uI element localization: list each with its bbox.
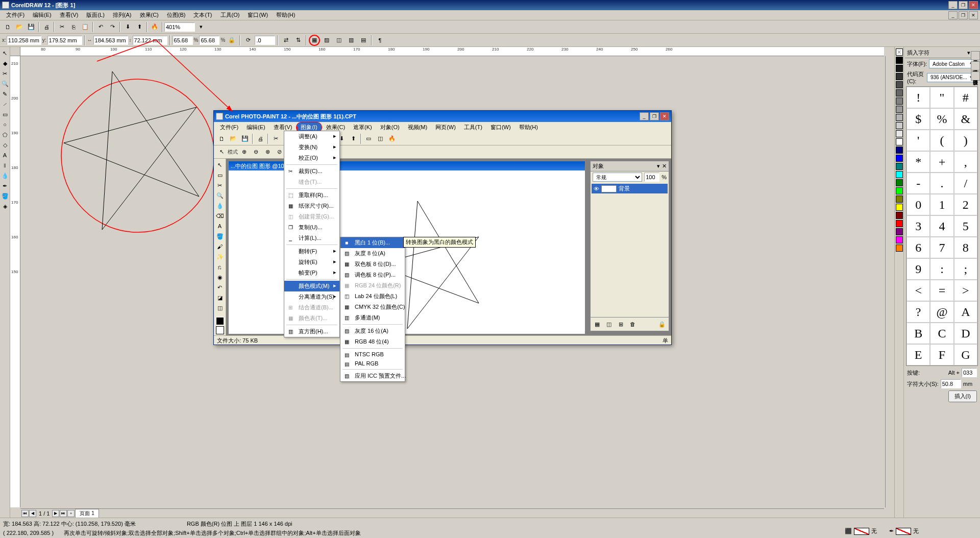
menu-item-N[interactable]: 变换(N) [284,142,339,153]
eyedropper-icon[interactable]: 💧 [1,171,10,180]
pp-clone-tool-icon[interactable]: ⎌ [215,262,225,272]
docker-tab-preset[interactable]: 预设管理器 [971,71,980,81]
menu-effects[interactable]: 效果(C) [136,10,163,20]
pp-mode-sub-icon[interactable]: ⊗ [262,146,273,158]
ruler-corner[interactable] [10,47,20,56]
wrap-text-icon[interactable]: ¶ [374,35,385,46]
no-color-swatch[interactable]: ✕ [896,48,903,56]
basic-shapes-icon[interactable]: ◇ [1,140,10,150]
pp-menu-object[interactable]: 对象(O) [376,123,404,132]
color-swatch[interactable] [896,171,903,178]
pp-menu-edit[interactable]: 编辑(E) [242,123,270,132]
print-icon[interactable]: 🖨 [41,21,52,33]
char-cell[interactable]: ) [954,130,977,151]
paste-icon[interactable]: 📋 [80,21,91,33]
char-cell[interactable]: G [954,344,977,365]
shape-tool-icon[interactable]: ◆ [1,59,10,68]
char-cell[interactable]: 9 [906,258,930,280]
lock-ratio-icon[interactable]: 🔒 [226,35,237,46]
char-cell[interactable]: ! [906,87,930,108]
pp-launcher-icon[interactable]: 🔥 [386,133,398,144]
pp-delete-object-icon[interactable]: 🗑 [627,319,638,330]
copy-icon[interactable]: ⎘ [68,21,79,33]
last-page-button[interactable]: ⏭ [60,510,67,517]
color-swatch[interactable] [896,244,903,252]
colormode-item-PALRGB[interactable]: PAL RGB▤ [340,359,405,368]
pp-blend-mode-select[interactable]: 常规 [593,173,642,182]
menu-help[interactable]: 帮助(H) [272,10,299,20]
interactive-fill-icon[interactable]: ◈ [1,202,10,211]
star-drawing[interactable] [61,71,214,232]
color-swatch[interactable] [896,228,903,235]
menu-item-P[interactable]: 帧变(P) [284,267,339,278]
trace-bitmap-icon[interactable]: ▨ [321,35,332,46]
horizontal-ruler[interactable]: 80 90 100 110 120 130 140 150 160 170 18… [20,47,884,56]
scale-y-input[interactable] [199,36,219,45]
cut-icon[interactable]: ✂ [56,21,67,33]
menu-item-R[interactable]: 重取样(R)...⬚ [284,190,339,201]
char-cell[interactable]: = [930,280,953,301]
char-cell[interactable]: < [906,280,930,301]
rotate-icon[interactable]: ⟳ [242,35,254,46]
char-cell[interactable]: $ [906,108,930,130]
colormode-item-8D[interactable]: 双色板 8 位(D)...▦ [340,259,405,270]
rotate-input[interactable] [255,36,275,45]
color-swatch[interactable] [896,122,903,129]
pick-tool-icon[interactable]: ↖ [1,48,10,58]
pp-docker-close-icon[interactable]: ✕ [662,163,667,169]
colormode-item-ICC[interactable]: 应用 ICC 预置文件...▧ [340,371,405,381]
menu-bitmaps[interactable]: 位图(B) [163,10,190,20]
colormode-item-8A[interactable]: 灰度 8 位(A)▨ [340,248,405,259]
pp-eyedropper-icon[interactable]: 💧 [215,201,225,210]
char-cell[interactable]: D [954,323,977,344]
pp-cut-icon[interactable]: ✂ [270,133,281,144]
alt-code-input[interactable] [962,368,977,377]
close-button[interactable]: ✕ [969,1,978,9]
menu-item-O[interactable]: 校正(O) [284,153,339,163]
char-cell[interactable]: " [930,87,953,108]
char-cell[interactable]: ( [930,130,953,151]
outline-tool-icon[interactable]: ✒ [1,181,10,190]
pp-effect-tool-icon[interactable]: ✨ [215,252,225,261]
color-swatch[interactable] [896,81,903,88]
char-cell[interactable]: 5 [954,215,977,237]
pp-mode-xor-icon[interactable]: ⊘ [274,146,285,158]
height-input[interactable] [133,36,167,45]
color-swatch[interactable] [896,146,903,154]
y-input[interactable] [47,36,82,45]
pp-menu-movie[interactable]: 视频(M) [404,123,432,132]
docker-tab-art-media[interactable]: 艺术媒体 [971,61,980,70]
smart-draw-icon[interactable]: ⟋ [1,100,10,109]
pp-combine-icon[interactable]: ⊞ [615,319,626,330]
pp-crop-tool-icon[interactable]: ✂ [215,181,225,190]
maximize-button[interactable]: ❐ [959,1,968,9]
pp-pointer-icon[interactable]: ↖ [216,146,227,158]
char-cell[interactable]: C [930,323,953,344]
prev-page-button[interactable]: ◀ [29,510,36,517]
color-swatch[interactable] [896,204,903,211]
undo-icon[interactable]: ↶ [95,21,106,33]
colormode-item-8P[interactable]: 调色板 8 位(P)...▧ [340,270,405,280]
color-swatch[interactable] [896,179,903,186]
pp-docker-menu-icon[interactable]: ▾ [657,163,660,169]
pp-menu-mask[interactable]: 遮罩(K) [349,123,376,132]
char-cell[interactable]: 8 [954,237,977,258]
rectangle-tool-icon[interactable]: ▭ [1,110,10,119]
color-swatch[interactable] [896,195,903,203]
pp-foreground-color[interactable] [216,317,224,325]
pp-mask-icon[interactable]: ▭ [363,133,374,144]
color-swatch[interactable] [896,130,903,137]
pp-menu-window[interactable]: 窗口(W) [486,123,515,132]
menu-text[interactable]: 文本(T) [189,10,216,20]
export-icon[interactable]: ⬆ [134,21,145,33]
pp-open-icon[interactable]: 📂 [228,133,239,144]
width-input[interactable] [93,36,128,45]
bitmap-mode-icon[interactable]: ▤ [358,35,369,46]
color-swatch[interactable] [896,89,903,96]
doc-restore-button[interactable]: ❐ [959,11,968,19]
pp-save-icon[interactable]: 💾 [239,133,251,144]
edit-bitmap-icon[interactable]: ▦ [309,35,320,46]
char-cell[interactable]: ' [906,130,930,151]
interactive-blend-icon[interactable]: ⫴ [1,161,10,170]
colormode-item-Lab24L[interactable]: Lab 24 位颜色(L)◫ [340,291,405,302]
